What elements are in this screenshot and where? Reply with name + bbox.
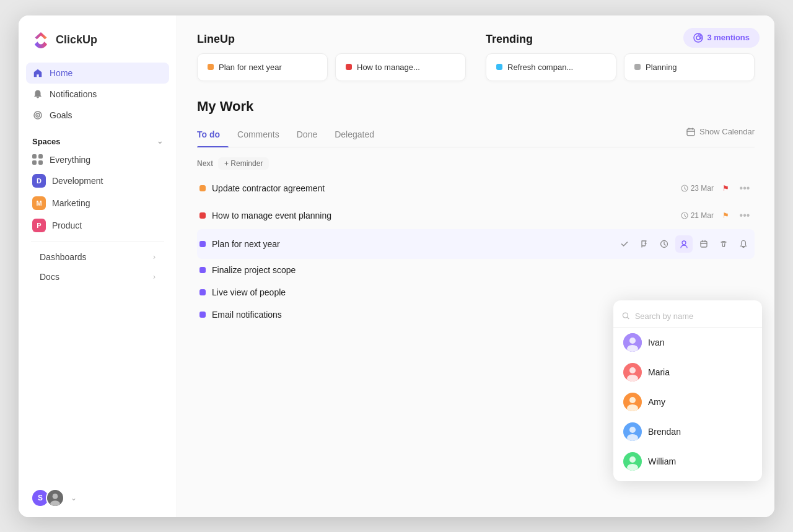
sidebar-item-notifications[interactable]: Notifications — [26, 84, 169, 105]
delete-button-t3[interactable] — [715, 235, 732, 253]
svg-point-6 — [50, 500, 60, 507]
lineup-section: LineUp Plan for next year How to manage.… — [197, 33, 466, 81]
flag-icon-t1: ⚑ — [720, 183, 731, 194]
person-row-brendan[interactable]: Brendan — [613, 417, 762, 447]
more-menu-t1[interactable]: ••• — [737, 181, 752, 196]
dashboards-label: Dashboards — [40, 252, 87, 262]
task-dot-t6 — [199, 312, 206, 318]
task-row-t2[interactable]: How to manage event planning 21 Mar ⚑ ••… — [197, 202, 755, 229]
task-row-t3[interactable]: Plan for next year — [197, 229, 755, 259]
spaces-chevron-icon[interactable]: ⌄ — [157, 137, 163, 146]
everything-label: Everything — [50, 155, 90, 165]
avatar-amy — [623, 393, 642, 411]
svg-point-3 — [37, 115, 38, 116]
person-row-william[interactable]: William — [613, 447, 762, 476]
sidebar-item-home[interactable]: Home — [26, 63, 169, 84]
person-row-ivan[interactable]: Ivan — [613, 328, 762, 357]
mentions-badge[interactable]: 3 mentions — [683, 28, 760, 48]
sidebar-footer: S ⌄ — [19, 479, 177, 517]
lineup-card-1[interactable]: How to manage... — [335, 53, 466, 81]
person-img-brendan — [623, 422, 642, 441]
tab-delegated[interactable]: Delegated — [326, 124, 383, 147]
logo: ClickUp — [19, 15, 177, 60]
bell-icon-t3 — [739, 240, 748, 248]
task-name-t2: How to manage event planning — [212, 211, 681, 220]
person-name-brendan: Brendan — [648, 427, 681, 437]
home-icon — [32, 68, 43, 79]
task-row-t4[interactable]: Finalize project scope — [197, 259, 755, 281]
trending-card-0[interactable]: Refresh compan... — [486, 53, 616, 81]
sidebar-item-marketing[interactable]: M Marketing — [26, 192, 169, 214]
show-calendar-button[interactable]: Show Calendar — [686, 127, 755, 144]
person-name-william: William — [648, 456, 676, 466]
task-name-t1: Update contractor agreement — [212, 183, 681, 193]
lineup-card-0-label: Plan for next year — [219, 63, 282, 72]
reminder-button[interactable]: + Reminder — [218, 157, 269, 170]
tab-comments[interactable]: Comments — [229, 124, 288, 147]
calendar-icon-t3 — [699, 240, 708, 248]
sidebar-item-development[interactable]: D Development — [26, 170, 169, 192]
person-row-amy[interactable]: Amy — [613, 387, 762, 417]
trending-card-0-dot — [496, 64, 502, 70]
person-img-ivan — [623, 333, 642, 352]
footer-dropdown-icon[interactable]: ⌄ — [71, 494, 77, 502]
sidebar-item-docs[interactable]: Docs › — [26, 267, 169, 287]
task-date-t2: 21 Mar — [681, 211, 714, 220]
clickup-logo-icon — [31, 30, 51, 50]
tab-todo[interactable]: To do — [197, 124, 229, 147]
calendar-icon — [686, 127, 696, 137]
svg-point-20 — [629, 367, 636, 373]
bell-button-t3[interactable] — [735, 235, 752, 253]
svg-point-13 — [682, 241, 686, 245]
sidebar-item-dashboards[interactable]: Dashboards › — [26, 247, 169, 267]
assignee-search-input[interactable] — [635, 312, 753, 321]
assign-button-t3[interactable] — [675, 235, 693, 253]
task-name-t4: Finalize project scope — [212, 265, 752, 275]
person-name-maria: Maria — [648, 367, 670, 377]
avatar-william — [623, 452, 642, 471]
lineup-title: LineUp — [197, 33, 466, 46]
avatar-group: S — [31, 489, 64, 507]
lineup-card-0[interactable]: Plan for next year — [197, 53, 328, 81]
svg-point-17 — [629, 338, 636, 344]
avatar-user[interactable] — [46, 489, 64, 507]
calendar-button-t3[interactable] — [695, 235, 712, 253]
my-work-section: My Work To do Comments Done Delegated — [197, 98, 755, 326]
docs-chevron-icon: › — [153, 273, 156, 281]
tab-done[interactable]: Done — [288, 124, 326, 147]
sidebar-navigation: Home Notifications — [19, 60, 177, 128]
goals-icon — [32, 110, 43, 121]
task-name-t3: Plan for next year — [212, 239, 616, 249]
task-dot-t4 — [199, 267, 206, 273]
product-dot: P — [32, 219, 46, 232]
goals-label: Goals — [50, 110, 72, 120]
product-label: Product — [52, 220, 82, 230]
check-button-t3[interactable] — [616, 235, 633, 253]
person-img-maria — [623, 363, 642, 382]
flag-button-t3[interactable] — [636, 235, 653, 253]
clock-button-t3[interactable] — [655, 235, 673, 253]
user-avatar-img — [47, 489, 63, 507]
svg-point-29 — [629, 456, 636, 463]
sidebar-item-everything[interactable]: Everything — [26, 150, 169, 170]
bell-icon — [32, 89, 43, 100]
trending-card-1[interactable]: Planning — [624, 53, 755, 81]
person-row-maria[interactable]: Maria — [613, 357, 762, 387]
more-menu-t2[interactable]: ••• — [737, 208, 752, 223]
spaces-label: Spaces — [32, 137, 61, 146]
task-dot-t1 — [199, 185, 206, 191]
assignee-search-container — [613, 308, 762, 328]
divider — [31, 242, 164, 242]
person-name-amy: Amy — [648, 397, 665, 407]
development-label: Development — [52, 176, 103, 186]
development-dot: D — [32, 174, 46, 188]
avatar-maria — [623, 363, 642, 382]
sidebar-item-goals[interactable]: Goals — [26, 105, 169, 126]
svg-rect-14 — [701, 241, 707, 247]
task-row-t1[interactable]: Update contractor agreement 23 Mar ⚑ ••• — [197, 175, 755, 202]
sidebar-item-product[interactable]: P Product — [26, 214, 169, 237]
svg-point-5 — [53, 494, 58, 499]
svg-point-26 — [629, 427, 636, 433]
svg-point-8 — [696, 36, 700, 40]
task-dot-t5 — [199, 289, 206, 295]
